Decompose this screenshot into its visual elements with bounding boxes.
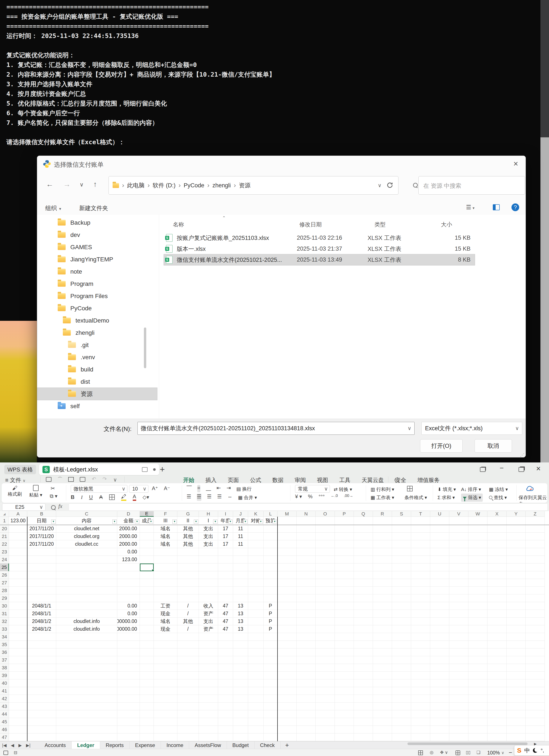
cell-U44[interactable] xyxy=(430,710,449,718)
cell-Q43[interactable] xyxy=(354,703,373,710)
row-header-46[interactable]: 46 xyxy=(0,726,9,733)
cell-D22[interactable]: 2000.00 xyxy=(117,540,140,548)
cell-I41[interactable] xyxy=(218,687,233,695)
row-header-43[interactable]: 43 xyxy=(0,703,9,710)
cell-Y36[interactable] xyxy=(507,648,526,656)
cell-A32[interactable] xyxy=(9,618,27,625)
cell-P39[interactable] xyxy=(335,672,354,679)
cell-L22[interactable] xyxy=(264,540,277,548)
cell-F33[interactable]: 现金 xyxy=(154,625,177,633)
help-icon[interactable]: ? xyxy=(511,203,519,211)
cell-M33[interactable] xyxy=(277,625,296,633)
cell-F32[interactable]: 域名 xyxy=(154,618,177,625)
cell-B44[interactable] xyxy=(27,710,56,718)
cell-X45[interactable] xyxy=(487,718,507,726)
cell-A43[interactable] xyxy=(9,703,27,710)
row-header-37[interactable]: 37 xyxy=(0,656,9,664)
cell-N35[interactable] xyxy=(296,641,316,648)
cell-O32[interactable] xyxy=(316,618,335,625)
cell-L31[interactable]: P xyxy=(264,610,277,618)
cell-A45[interactable] xyxy=(9,718,27,726)
cell-G40[interactable] xyxy=(177,679,199,687)
cell-X37[interactable] xyxy=(487,656,507,664)
merge-cells-button[interactable]: ▦ 合并 ▾ xyxy=(238,494,257,501)
cell-D42[interactable] xyxy=(117,695,140,703)
cell-L29[interactable] xyxy=(264,594,277,602)
paste-button[interactable]: 粘贴 ▾ xyxy=(29,485,42,498)
cell-M47[interactable] xyxy=(277,733,296,741)
cell-P46[interactable] xyxy=(335,726,354,733)
cell-A25[interactable] xyxy=(9,564,27,571)
cell-K23[interactable] xyxy=(248,548,264,556)
cell-G23[interactable] xyxy=(177,548,199,556)
cell-I32[interactable]: 47 xyxy=(218,618,233,625)
cell-Z39[interactable] xyxy=(526,672,545,679)
column-header-P[interactable]: P xyxy=(335,511,354,517)
cell-J36[interactable] xyxy=(233,648,248,656)
cell-V31[interactable] xyxy=(449,610,468,618)
cell-O28[interactable] xyxy=(316,587,335,594)
cell-I29[interactable] xyxy=(218,594,233,602)
cell-F43[interactable] xyxy=(154,703,177,710)
cell-C44[interactable] xyxy=(56,710,117,718)
cell-H25[interactable] xyxy=(199,564,218,571)
column-header-Z[interactable]: Z xyxy=(526,511,545,517)
cell-I23[interactable] xyxy=(218,548,233,556)
fill-color-button[interactable]: ◇▾ xyxy=(143,494,149,500)
cell-A21[interactable] xyxy=(9,533,27,540)
last-sheet-icon[interactable]: ▶| xyxy=(24,743,33,748)
cell-S40[interactable] xyxy=(392,679,411,687)
cell-S44[interactable] xyxy=(392,710,411,718)
cell-N24[interactable] xyxy=(296,556,316,564)
cell-U22[interactable] xyxy=(430,540,449,548)
cell-F20[interactable]: 域名 xyxy=(154,525,177,533)
cell-F31[interactable]: 现金 xyxy=(154,610,177,618)
record-icon[interactable]: ◎ xyxy=(430,750,433,755)
cell-R44[interactable] xyxy=(373,710,392,718)
cell-E37[interactable] xyxy=(140,656,154,664)
row-header-47[interactable]: 47 xyxy=(0,733,9,741)
cell-B20[interactable]: 2017/11/20 xyxy=(27,525,56,533)
cell-Y44[interactable] xyxy=(507,710,526,718)
cell-O27[interactable] xyxy=(316,579,335,587)
print-preview-icon[interactable] xyxy=(80,477,85,482)
cell-T32[interactable] xyxy=(411,618,430,625)
cell-Y33[interactable] xyxy=(507,625,526,633)
cell-P20[interactable] xyxy=(335,525,354,533)
cell-R20[interactable] xyxy=(373,525,392,533)
cell-H31[interactable]: 资产 xyxy=(199,610,218,618)
cell-J35[interactable] xyxy=(233,641,248,648)
cell-M28[interactable] xyxy=(277,587,296,594)
justify-icon[interactable]: ☰ xyxy=(217,494,222,501)
cell-N42[interactable] xyxy=(296,695,316,703)
cell-M44[interactable] xyxy=(277,710,296,718)
cell-V28[interactable] xyxy=(449,587,468,594)
cell-H41[interactable] xyxy=(199,687,218,695)
cell-Q35[interactable] xyxy=(354,641,373,648)
cell-N44[interactable] xyxy=(296,710,316,718)
cell-H21[interactable]: 支出 xyxy=(199,533,218,540)
cell-E45[interactable] xyxy=(140,718,154,726)
refresh-icon[interactable] xyxy=(386,182,393,189)
cell-G47[interactable] xyxy=(177,733,199,741)
cell-T1[interactable] xyxy=(411,517,430,525)
cell-F30[interactable]: 工资 xyxy=(154,602,177,610)
cell-I26[interactable] xyxy=(218,571,233,579)
cell-W37[interactable] xyxy=(468,656,487,664)
cell-L37[interactable] xyxy=(264,656,277,664)
cell-H36[interactable] xyxy=(199,648,218,656)
cell-Y29[interactable] xyxy=(507,594,526,602)
cell-R33[interactable] xyxy=(373,625,392,633)
cell-B22[interactable]: 2017/11/20 xyxy=(27,540,56,548)
tree-item-JiangYingTEMP[interactable]: JiangYingTEMP xyxy=(37,253,157,265)
cell-U36[interactable] xyxy=(430,648,449,656)
document-tab[interactable]: S 模板-Ledgert.xlsx xyxy=(39,464,159,475)
align-top-icon[interactable]: ⎺ xyxy=(187,485,192,492)
cell-M31[interactable] xyxy=(277,610,296,618)
cell-T43[interactable] xyxy=(411,703,430,710)
cell-U40[interactable] xyxy=(430,679,449,687)
cell-T47[interactable] xyxy=(411,733,430,741)
quickbar-more-icon[interactable]: ∨ xyxy=(113,477,117,483)
first-sheet-icon[interactable]: |◀ xyxy=(0,743,9,748)
cell-U45[interactable] xyxy=(430,718,449,726)
